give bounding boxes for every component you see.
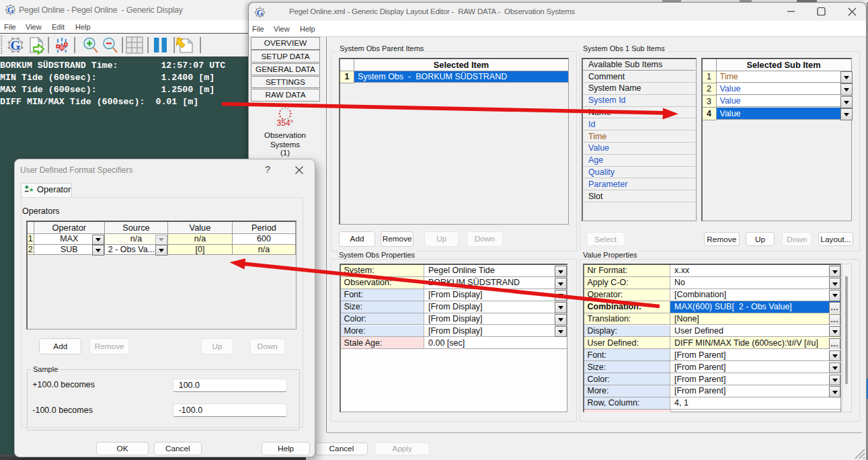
svg-text:G: G bbox=[7, 5, 14, 15]
svg-text:G: G bbox=[257, 8, 264, 17]
svg-text:*: * bbox=[30, 186, 34, 195]
svg-text:G: G bbox=[11, 38, 21, 52]
